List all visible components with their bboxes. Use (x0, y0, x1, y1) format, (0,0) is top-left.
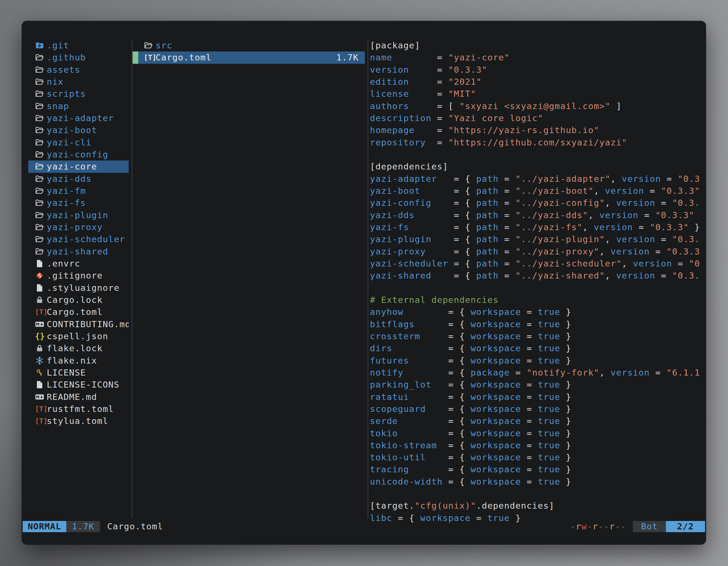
mode-badge: NORMAL (23, 521, 66, 532)
file-name: yazi-fm (47, 185, 86, 197)
file-row[interactable]: LICENSE (28, 366, 129, 379)
folder-open-icon (35, 211, 47, 220)
file-name: assets (47, 64, 80, 76)
file-name: cspell.json (47, 330, 108, 342)
file-name: .styluaignore (47, 282, 119, 294)
file-name: scripts (47, 88, 86, 100)
file-row[interactable]: README.md (28, 391, 129, 403)
preview-line: scopeguard = { workspace = true } (370, 403, 705, 415)
file-row[interactable]: yazi-scheduler (28, 233, 129, 245)
file-row[interactable]: src (133, 39, 365, 51)
file-name: .envrc (47, 258, 80, 270)
preview-line: [target."cfg(unix)".dependencies] (370, 500, 705, 512)
preview-line: tokio-stream = { workspace = true } (370, 439, 705, 451)
preview-line: authors = [ "sxyazi <sxyazi@gmail.com>" … (370, 100, 705, 112)
preview-line: version = "0.3.3" (370, 64, 705, 76)
folder-open-icon (35, 126, 47, 135)
file-row[interactable]: LICENSE-ICONS (28, 379, 129, 391)
file-row[interactable]: {}cspell.json (28, 330, 129, 342)
preview-line: yazi-proxy = { path = "../yazi-proxy", v… (370, 246, 705, 258)
file-row[interactable]: yazi-fm (28, 185, 129, 197)
file-name: Cargo.toml (47, 306, 103, 318)
file-row[interactable]: yazi-shared (28, 246, 129, 258)
parent-pane[interactable]: .git.githubassetsnixscriptssnapyazi-adap… (22, 39, 132, 427)
file-row[interactable]: .git (28, 39, 129, 51)
file-name: README.md (47, 391, 97, 403)
file-row[interactable]: [T]stylua.toml (28, 415, 129, 427)
file-name: LICENSE-ICONS (47, 379, 119, 391)
file-row[interactable]: [T]rustfmt.toml (28, 403, 129, 415)
file-name: flake.nix (47, 354, 97, 366)
preview-line (370, 149, 705, 161)
file-row[interactable]: .envrc (28, 258, 129, 270)
file-name: .github (47, 51, 86, 64)
preview-line: yazi-adapter = { path = "../yazi-adapter… (370, 173, 705, 185)
braces-icon: {} (35, 330, 47, 342)
file-row[interactable]: .styluaignore (28, 282, 129, 294)
toml-icon: [T] (35, 415, 47, 427)
file-row[interactable]: .gitignore (28, 270, 129, 282)
toml-icon: [T] (35, 306, 47, 318)
scroll-position-badge: Bot (633, 521, 666, 532)
file-row[interactable]: yazi-fs (28, 197, 129, 209)
file-name: nix (47, 76, 64, 88)
folder-open-icon (35, 77, 47, 86)
preview-line: tracing = { workspace = true } (370, 463, 705, 475)
file-name: yazi-scheduler (47, 233, 125, 245)
file-row[interactable]: yazi-core (28, 161, 129, 173)
file-row[interactable]: [T]Cargo.toml (28, 306, 129, 318)
hovered-marker (133, 51, 138, 64)
lock-icon (35, 344, 47, 353)
snowflake-icon (35, 356, 47, 365)
preview-line: license = "MIT" (370, 88, 705, 100)
folder-open-icon (35, 150, 47, 159)
file-row[interactable]: .github (28, 51, 129, 64)
file-row[interactable]: scripts (28, 88, 129, 100)
file-row[interactable]: [T]Cargo.toml1.7K (133, 51, 365, 64)
file-row[interactable]: nix (28, 76, 129, 88)
file-row[interactable]: yazi-proxy (28, 221, 129, 233)
yazi-window: .git.githubassetsnixscriptssnapyazi-adap… (22, 21, 706, 544)
preview-line: yazi-boot = { path = "../yazi-boot", ver… (370, 185, 705, 197)
preview-line: edition = "2021" (370, 76, 705, 88)
file-row[interactable]: assets (28, 64, 129, 76)
file-name: CONTRIBUTING.md (47, 318, 129, 330)
folder-open-icon (35, 162, 47, 171)
file-icon (35, 283, 47, 292)
preview-line: yazi-config = { path = "../yazi-config",… (370, 197, 705, 209)
file-row[interactable]: yazi-adapter (28, 112, 129, 124)
preview-line (370, 282, 705, 294)
preview-line: anyhow = { workspace = true } (370, 306, 705, 318)
preview-line: description = "Yazi core logic" (370, 112, 705, 124)
preview-pane[interactable]: [package]name = "yazi-core"version = "0.… (370, 39, 705, 524)
git-diamond-icon (35, 271, 47, 280)
file-row[interactable]: snap (28, 100, 129, 112)
file-name: yazi-fs (47, 197, 86, 209)
file-row[interactable]: yazi-dds (28, 173, 129, 185)
file-row[interactable]: yazi-plugin (28, 209, 129, 221)
file-row[interactable]: yazi-cli (28, 137, 129, 149)
file-row[interactable]: yazi-config (28, 149, 129, 161)
current-pane[interactable]: src[T]Cargo.toml1.7K (133, 39, 367, 64)
preview-line: unicode-width = { workspace = true } (370, 476, 705, 488)
folder-open-icon (35, 138, 47, 147)
file-name: Cargo.toml (156, 51, 212, 64)
file-row[interactable]: flake.nix (28, 354, 129, 366)
file-name: yazi-shared (47, 246, 108, 258)
file-row[interactable]: Cargo.lock (28, 294, 129, 306)
file-row[interactable]: yazi-boot (28, 124, 129, 136)
preview-line: yazi-plugin = { path = "../yazi-plugin",… (370, 233, 705, 245)
preview-line: yazi-dds = { path = "../yazi-dds", versi… (370, 209, 705, 221)
folder-open-icon (144, 41, 156, 50)
file-row[interactable]: CONTRIBUTING.md (28, 318, 129, 330)
file-size-badge: 1.7K (66, 521, 100, 532)
preview-line: notify = { package = "notify-fork", vers… (370, 366, 705, 379)
markdown-icon (35, 392, 47, 401)
cursor-count-badge: 2/2 (666, 521, 705, 532)
file-icon (35, 380, 47, 389)
file-name: .git (47, 39, 69, 51)
preview-line: yazi-fs = { path = "../yazi-fs", version… (370, 221, 705, 233)
file-name: Cargo.lock (47, 294, 103, 306)
file-row[interactable]: flake.lock (28, 342, 129, 354)
preview-line: yazi-shared = { path = "../yazi-shared",… (370, 270, 705, 282)
